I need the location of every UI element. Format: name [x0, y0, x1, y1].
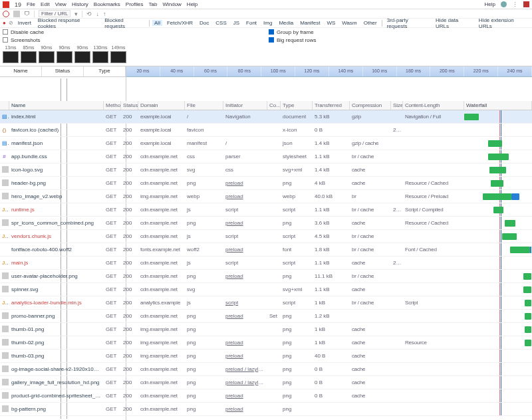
filmstrip-thumb[interactable] [92, 51, 108, 63]
request-row[interactable]: spr_icons_common_combined.pngGET200cdn.e… [0, 217, 532, 230]
menu-bookmarks[interactable]: Bookmarks [94, 1, 120, 7]
window-close-icon[interactable] [523, 1, 529, 7]
request-row[interactable]: ▤index.htmlGET200example.local/Navigatio… [0, 110, 532, 124]
cell-domain: fonts.example.net [138, 247, 185, 253]
request-row[interactable]: JSruntime.jsGET200cdn.example.netjsscrip… [0, 203, 532, 217]
col-initiator[interactable]: Initiator [223, 101, 267, 110]
filter-doc[interactable]: Doc [198, 20, 211, 26]
request-row[interactable]: spinner.svgGET200cdn.example.netsvgsvg+x… [0, 283, 532, 296]
filter-manifest[interactable]: Manifest [298, 20, 322, 26]
filter-all[interactable]: All [152, 20, 162, 26]
request-row[interactable]: thumb-02.pngGET200img.example.netpngprel… [0, 336, 532, 350]
cell-compression: br / cache [350, 300, 391, 306]
request-row[interactable]: JSvendors.chunk.jsGET200cdn.example.netj… [0, 230, 532, 243]
request-row[interactable]: ▤manifest.jsonGET200example.localmanifes… [0, 137, 532, 150]
request-row[interactable]: bg-pattern.pngGET200cdn.example.netpngpr… [0, 403, 532, 416]
checkbox-disable-cache[interactable] [3, 29, 8, 35]
image-file-icon [2, 166, 9, 173]
filmstrip-thumb[interactable] [3, 51, 19, 63]
url-dropdown[interactable]: Filter / URL [39, 10, 70, 17]
menu-file[interactable]: File [27, 1, 35, 7]
request-row[interactable]: icon-logo.svgGET200cdn.example.netsvgcss… [0, 163, 532, 177]
menu-window[interactable]: Window [162, 1, 181, 7]
filmstrip-thumb[interactable] [39, 51, 55, 63]
shield-icon[interactable]: ⛉ [24, 11, 30, 17]
request-row[interactable]: JSmain.jsGET200cdn.example.netjsscriptsc… [0, 257, 532, 270]
request-row[interactable]: product-grid-combined-spritesheet_@2x.pn… [0, 389, 532, 403]
request-row[interactable]: og-image-social-share-v2-1920x1080.pngGE… [0, 363, 532, 376]
filter-font[interactable]: Font [244, 20, 259, 26]
more-icon[interactable]: ⋮ [512, 1, 518, 8]
menu-tab[interactable]: Tab [149, 1, 158, 7]
filter-media[interactable]: Media [277, 20, 295, 26]
menu-history[interactable]: History [72, 1, 88, 7]
menu-edit[interactable]: Edit [41, 1, 50, 7]
home-icon[interactable] [13, 11, 20, 17]
filmstrip-thumb[interactable] [110, 51, 126, 63]
overview-tab-2[interactable]: Type [84, 66, 126, 76]
request-row[interactable]: hero_image_v2.webpGET200img.example.netw… [0, 190, 532, 203]
cell-compression: cache [350, 326, 391, 332]
cell-transferred: 1.4 kB [313, 140, 350, 146]
col-waterfall[interactable]: Waterfall [464, 101, 532, 110]
profile-avatar-icon[interactable] [501, 1, 507, 7]
filter-other[interactable]: Other [362, 20, 379, 26]
request-row[interactable]: promo-banner.pngGET200cdn.example.netpng… [0, 310, 532, 323]
col-file[interactable]: File [185, 101, 223, 110]
filmstrip-thumb[interactable] [21, 51, 37, 63]
request-row[interactable]: fontface-roboto-400.woff2GET200fonts.exa… [0, 243, 532, 257]
clear-icon[interactable]: ⊘ [9, 20, 13, 26]
overview-tab-0[interactable]: Name [0, 66, 42, 76]
request-row[interactable]: header-bg.pngGET200cdn.example.netpngpre… [0, 177, 532, 190]
timeline-ruler[interactable]: 20 ms 40 ms 60 ms 80 ms 100 ms 120 ms 14… [126, 66, 532, 77]
col-type[interactable]: Type [281, 101, 313, 110]
filter-ws[interactable]: WS [325, 20, 337, 26]
filter-hide-data[interactable]: Hide data URLs [434, 17, 474, 29]
record-icon[interactable]: ● [3, 20, 6, 26]
request-row[interactable]: JSanalytics-loader-bundle.min.jsGET200an… [0, 296, 532, 310]
overview-tab-1[interactable]: Status [42, 66, 84, 76]
col-content-length[interactable]: Content-Length [403, 101, 464, 110]
filter-invert[interactable]: Invert [16, 20, 33, 26]
col-name[interactable]: Name [9, 101, 104, 110]
filter-fetch[interactable]: Fetch/XHR [165, 20, 195, 26]
toolbar-btn-a[interactable]: ⟲ [86, 11, 92, 17]
toolbar-btn-b[interactable]: ↓ [96, 11, 99, 17]
filter-blocked-cookies[interactable]: Blocked response cookies [36, 17, 100, 29]
menu-help[interactable]: Help [187, 1, 198, 7]
filter-img[interactable]: Img [261, 20, 274, 26]
request-row[interactable]: thumb-01.pngGET200img.example.netpngpng1… [0, 323, 532, 336]
request-row[interactable]: thumb-03.pngGET200img.example.netpngprel… [0, 350, 532, 363]
request-row[interactable]: gallery_image_full_resolution_hd.pngGET2… [0, 376, 532, 389]
chevron-down-icon[interactable]: ▾ [74, 11, 78, 17]
filmstrip-thumb[interactable] [57, 51, 72, 63]
col-cookies[interactable]: Co... [267, 101, 281, 110]
reload-icon[interactable] [3, 11, 9, 17]
cell-compression: cache [350, 180, 391, 186]
menu-right-help[interactable]: Help [485, 1, 495, 7]
toolbar-btn-c[interactable]: ↑ [103, 11, 106, 17]
col-compression[interactable]: Compression [350, 101, 391, 110]
col-status[interactable]: Status [121, 101, 138, 110]
filmstrip-thumb[interactable] [74, 51, 90, 63]
filter-blocked-requests[interactable]: Blocked requests [102, 17, 146, 29]
menu-profiles[interactable]: Profiles [126, 1, 144, 7]
cell-domain: example.local [138, 114, 185, 120]
filter-hide-ext[interactable]: Hide extension URLs [477, 17, 529, 29]
filter-3rdparty[interactable]: 3rd-party requests [385, 17, 431, 29]
label-preserve-log: Group by frame [277, 29, 314, 35]
col-size[interactable]: Size [391, 101, 403, 110]
request-row[interactable]: #app.bundle.cssGET200cdn.example.netcssp… [0, 150, 532, 163]
col-transferred[interactable]: Transferred [313, 101, 350, 110]
filter-js[interactable]: JS [231, 20, 241, 26]
menu-view[interactable]: View [55, 1, 66, 7]
col-domain[interactable]: Domain [138, 101, 185, 110]
checkbox-group-frame[interactable] [3, 37, 8, 43]
checkbox-big-rows[interactable] [269, 37, 274, 43]
request-row[interactable]: user-avatar-placeholder.pngGET200cdn.exa… [0, 270, 532, 283]
filter-css[interactable]: CSS [213, 20, 228, 26]
request-row[interactable]: ()favicon.ico (cached)GET200example.loca… [0, 124, 532, 137]
filter-wasm[interactable]: Wasm [340, 20, 358, 26]
col-method[interactable]: Method [104, 101, 121, 110]
checkbox-preserve-log[interactable] [269, 29, 274, 35]
